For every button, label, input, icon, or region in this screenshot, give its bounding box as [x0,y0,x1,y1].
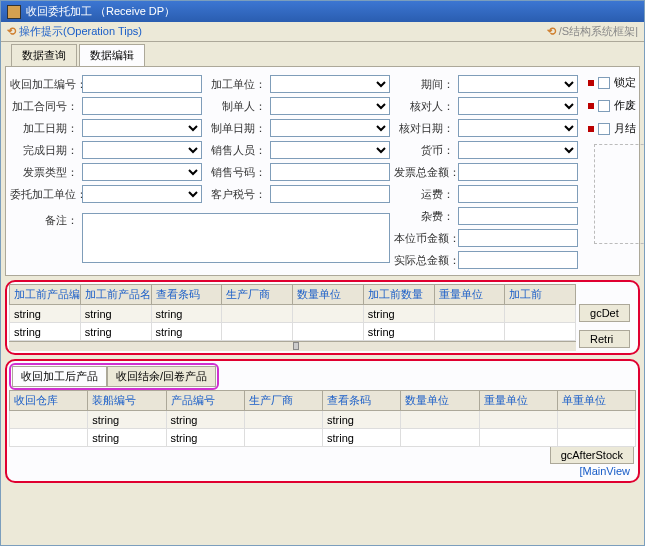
remark-input[interactable] [82,213,390,263]
process-unit-select[interactable] [270,75,390,93]
grid2-table[interactable]: 收回仓库装船编号产品编号生产厂商查看条码数量单位重量单位单重单位 strings… [9,390,636,447]
column-header[interactable]: 加工前产品编号 [10,285,81,305]
gcdet-button[interactable]: gcDet [579,304,630,322]
column-header[interactable]: 数量单位 [401,391,479,411]
table-cell[interactable] [401,429,479,447]
checker-select[interactable] [458,97,578,115]
table-cell[interactable]: string [323,411,401,429]
misc-input[interactable] [458,207,578,225]
table-cell[interactable] [244,411,322,429]
table-cell[interactable] [557,429,635,447]
sales-select[interactable] [270,141,390,159]
table-cell[interactable]: string [10,323,81,341]
operation-tips-link[interactable]: ⟲ 操作提示(Operation Tips) [7,24,142,39]
table-cell[interactable]: string [151,323,222,341]
table-row[interactable]: stringstringstringstring [10,323,576,341]
finish-date-select[interactable] [82,141,202,159]
table-cell[interactable]: string [166,429,244,447]
make-date-select[interactable] [270,119,390,137]
invoice-type-select[interactable] [82,163,202,181]
table-cell[interactable] [505,323,576,341]
lbl-sales: 销售人员： [206,143,266,158]
table-cell[interactable] [222,323,293,341]
column-header[interactable]: 查看条码 [151,285,222,305]
currency-select[interactable] [458,141,578,159]
lbl-invoice-type: 发票类型： [10,165,78,180]
contract-no-input[interactable] [82,97,202,115]
period-select[interactable] [458,75,578,93]
right-toolbar-link[interactable]: ⟲ /S结构系统框架| [547,24,638,39]
table-cell[interactable] [401,411,479,429]
maker-select[interactable] [270,97,390,115]
sales-no-input[interactable] [270,163,390,181]
table-cell[interactable]: string [151,305,222,323]
month-check-row[interactable]: 月结 [588,121,645,136]
cust-tax-input[interactable] [270,185,390,203]
column-header[interactable]: 数量单位 [293,285,364,305]
subtab-after[interactable]: 收回加工后产品 [12,366,107,387]
table-cell[interactable]: string [323,429,401,447]
table-cell[interactable]: string [80,323,151,341]
table-cell[interactable] [434,305,505,323]
grid1-scrollbar[interactable] [9,341,576,351]
column-header[interactable]: 加工前产品名称 [80,285,151,305]
table-cell[interactable] [557,411,635,429]
table-cell[interactable] [479,429,557,447]
table-cell[interactable]: string [10,305,81,323]
table-cell[interactable] [293,323,364,341]
table-cell[interactable] [10,429,88,447]
recover-no-input[interactable] [82,75,202,93]
column-header[interactable]: 查看条码 [323,391,401,411]
gcafterstock-button[interactable]: gcAfterStock [550,446,634,464]
table-row[interactable]: stringstringstringstring [10,305,576,323]
tab-query[interactable]: 数据查询 [11,44,77,66]
inv-total-input[interactable] [458,163,578,181]
column-header[interactable]: 产品编号 [166,391,244,411]
actual-total-input[interactable] [458,251,578,269]
table-cell[interactable]: string [88,429,166,447]
table-cell[interactable]: string [80,305,151,323]
column-header[interactable]: 重量单位 [479,391,557,411]
table-cell[interactable] [293,305,364,323]
table-cell[interactable] [505,305,576,323]
column-header[interactable]: 装船编号 [88,391,166,411]
void-check-row[interactable]: 作废 [588,98,645,113]
lbl-sales-no: 销售号码： [206,165,266,180]
freight-input[interactable] [458,185,578,203]
lbl-actual-total: 实际总金额： [394,253,454,268]
column-header[interactable]: 生产厂商 [244,391,322,411]
lock-checkbox[interactable] [598,77,610,89]
table-cell[interactable]: string [88,411,166,429]
local-amt-input[interactable] [458,229,578,247]
entrust-unit-select[interactable] [82,185,202,203]
table-cell[interactable]: string [166,411,244,429]
column-header[interactable]: 加工前 [505,285,576,305]
check-date-select[interactable] [458,119,578,137]
tab-edit[interactable]: 数据编辑 [79,44,145,67]
titlebar[interactable]: 收回委托加工 （Receive DP） [1,1,644,22]
table-row[interactable]: stringstringstring [10,411,636,429]
table-cell[interactable] [479,411,557,429]
column-header[interactable]: 收回仓库 [10,391,88,411]
table-cell[interactable]: string [363,305,434,323]
lbl-freight: 运费： [394,187,454,202]
lock-check-row[interactable]: 锁定 [588,75,645,90]
retrieve-button[interactable]: Retri [579,330,630,348]
table-cell[interactable]: string [363,323,434,341]
table-cell[interactable] [244,429,322,447]
column-header[interactable]: 生产厂商 [222,285,293,305]
table-cell[interactable] [434,323,505,341]
lbl-currency: 货币： [394,143,454,158]
column-header[interactable]: 重量单位 [434,285,505,305]
void-checkbox[interactable] [598,100,610,112]
column-header[interactable]: 单重单位 [557,391,635,411]
subtab-remain[interactable]: 收回结余/回卷产品 [107,366,216,387]
grid1-table[interactable]: 加工前产品编号加工前产品名称查看条码生产厂商数量单位加工前数量重量单位加工前 s… [9,284,576,341]
scroll-thumb[interactable] [293,342,299,350]
column-header[interactable]: 加工前数量 [363,285,434,305]
table-cell[interactable] [222,305,293,323]
table-row[interactable]: stringstringstring [10,429,636,447]
process-date-select[interactable] [82,119,202,137]
table-cell[interactable] [10,411,88,429]
month-checkbox[interactable] [598,123,610,135]
